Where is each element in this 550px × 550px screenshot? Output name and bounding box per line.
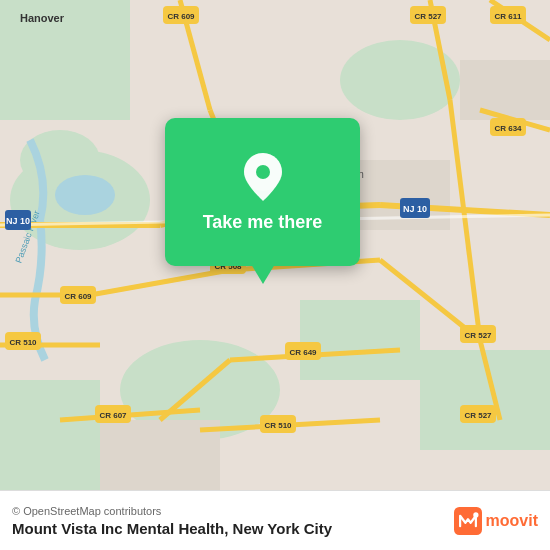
moovit-brand-text: moovit: [486, 512, 538, 530]
svg-text:Hanover: Hanover: [20, 12, 65, 24]
location-icon-wrapper: [238, 152, 288, 202]
svg-text:CR 634: CR 634: [494, 124, 522, 133]
take-me-there-button[interactable]: Take me there: [203, 212, 323, 233]
location-name: Mount Vista Inc Mental Health, New York …: [12, 520, 332, 537]
svg-rect-5: [300, 300, 420, 380]
svg-text:CR 609: CR 609: [64, 292, 92, 301]
svg-point-68: [473, 512, 478, 517]
svg-rect-8: [0, 380, 100, 490]
svg-text:CR 510: CR 510: [9, 338, 37, 347]
svg-text:CR 527: CR 527: [464, 331, 492, 340]
bottom-left: © OpenStreetMap contributors Mount Vista…: [12, 505, 332, 537]
popup-card[interactable]: Take me there: [165, 118, 360, 266]
svg-text:NJ 10: NJ 10: [6, 216, 30, 226]
svg-text:NJ 10: NJ 10: [403, 204, 427, 214]
svg-text:CR 527: CR 527: [464, 411, 492, 420]
moovit-icon: [454, 507, 482, 535]
bottom-bar: © OpenStreetMap contributors Mount Vista…: [0, 490, 550, 550]
osm-credit: © OpenStreetMap contributors: [12, 505, 332, 517]
svg-text:CR 607: CR 607: [99, 411, 127, 420]
svg-text:CR 527: CR 527: [414, 12, 442, 21]
moovit-logo[interactable]: moovit: [454, 507, 538, 535]
svg-text:CR 611: CR 611: [494, 12, 522, 21]
svg-point-66: [256, 165, 270, 179]
map-container: Passaic River: [0, 0, 550, 490]
svg-text:CR 609: CR 609: [167, 12, 195, 21]
svg-point-13: [55, 175, 115, 215]
svg-text:CR 649: CR 649: [289, 348, 317, 357]
svg-rect-10: [460, 60, 550, 120]
svg-text:CR 510: CR 510: [264, 421, 292, 430]
